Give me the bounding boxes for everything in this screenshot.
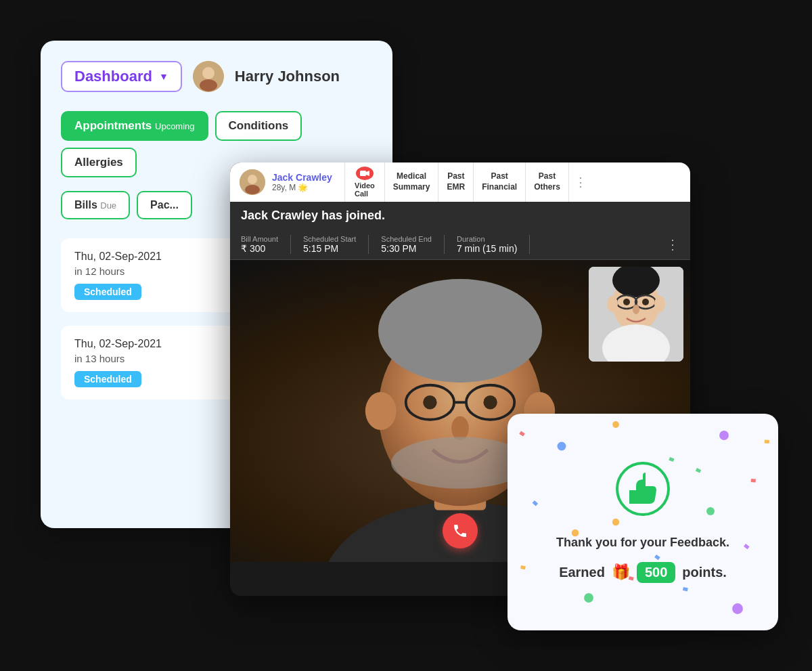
- patient-name: Jack Crawley: [272, 172, 332, 183]
- duration-value: 7 min (15 min): [457, 243, 517, 254]
- svg-point-12: [378, 279, 542, 383]
- svg-rect-54: [696, 468, 701, 473]
- end-value: 5:30 PM: [381, 243, 416, 254]
- svg-rect-40: [751, 479, 756, 483]
- svg-point-37: [612, 421, 619, 428]
- svg-point-2: [200, 79, 217, 91]
- patient-info: Jack Crawley 28y, M 🌟: [230, 163, 345, 202]
- tab-past-others[interactable]: PastOthers: [526, 163, 569, 202]
- avatar: [193, 61, 224, 92]
- points-badge: 500: [637, 562, 675, 583]
- svg-rect-47: [683, 587, 688, 591]
- dropdown-arrow-icon: ▼: [159, 71, 168, 82]
- duration-col: Duration 7 min (15 min): [445, 235, 530, 254]
- svg-rect-44: [744, 544, 750, 549]
- tab-conditions[interactable]: Conditions: [215, 111, 302, 141]
- svg-point-43: [706, 507, 715, 515]
- svg-point-5: [245, 185, 260, 194]
- appt-badge-1: Scheduled: [74, 284, 141, 300]
- video-call-label: VideoCall: [355, 181, 375, 198]
- svg-point-18: [451, 416, 468, 441]
- tab-appointments[interactable]: Appointments Upcoming: [61, 111, 208, 141]
- svg-rect-35: [519, 431, 525, 437]
- end-label: Scheduled End: [381, 235, 432, 243]
- patient-name-block: Jack Crawley 28y, M 🌟: [272, 172, 332, 192]
- svg-point-31: [633, 305, 639, 314]
- end-call-button[interactable]: [443, 513, 478, 548]
- svg-point-32: [607, 296, 618, 312]
- svg-rect-52: [654, 555, 660, 560]
- video-top-bar: Jack Crawley 28y, M 🌟 VideoCall MedicalS…: [230, 163, 690, 202]
- feedback-title: Thank you for your Feedback.: [556, 536, 729, 550]
- svg-point-33: [654, 296, 665, 312]
- svg-point-30: [642, 299, 649, 305]
- scheduled-end-col: Scheduled End 5:30 PM: [369, 235, 445, 254]
- start-value: 5:15 PM: [303, 243, 338, 254]
- video-icon: [356, 167, 374, 180]
- svg-rect-50: [765, 439, 769, 443]
- svg-point-4: [248, 175, 257, 184]
- nav-tabs: MedicalSummary PastEMR PastFinancial Pas…: [385, 163, 690, 202]
- bill-amount-label: Bill Amount: [241, 235, 278, 243]
- svg-point-48: [584, 593, 593, 603]
- feedback-card: Thank you for your Feedback. Earned 🎁 50…: [508, 414, 778, 630]
- tab-medical-summary[interactable]: MedicalSummary: [385, 163, 439, 202]
- thumbs-up-icon: [616, 462, 670, 526]
- svg-rect-6: [360, 171, 366, 176]
- tab-past-emr[interactable]: PastEMR: [438, 163, 474, 202]
- dashboard-header: Dashboard ▼ Harry Johnson: [61, 61, 372, 92]
- join-banner: Jack Crawley has joined.: [230, 202, 690, 230]
- info-bar: Bill Amount ₹ 300 Scheduled Start 5:15 P…: [230, 230, 690, 260]
- points-suffix: points.: [682, 565, 727, 580]
- svg-marker-7: [366, 171, 369, 176]
- pill-pac[interactable]: Pac...: [137, 191, 192, 219]
- dashboard-dropdown[interactable]: Dashboard ▼: [61, 61, 182, 92]
- svg-point-20: [365, 392, 397, 430]
- svg-point-39: [719, 431, 729, 440]
- svg-point-36: [558, 442, 566, 451]
- patient-avatar: [240, 169, 265, 195]
- svg-point-29: [623, 299, 630, 305]
- svg-point-17: [483, 395, 497, 409]
- duration-label: Duration: [457, 235, 485, 243]
- patient-age-gender: 28y, M 🌟: [272, 183, 332, 192]
- bill-amount-value: ₹ 300: [241, 243, 265, 254]
- appt-badge-2: Scheduled: [74, 371, 141, 387]
- dashboard-title: Dashboard: [74, 68, 152, 85]
- video-call-button[interactable]: VideoCall: [345, 163, 385, 202]
- earned-label: Earned: [559, 565, 605, 580]
- tab-allergies[interactable]: Allergies: [61, 148, 137, 177]
- svg-rect-45: [520, 565, 526, 569]
- pill-bills[interactable]: Bills Due: [61, 191, 130, 219]
- join-message: Jack Crawley has joined.: [241, 209, 385, 222]
- tab-past-financial[interactable]: PastFinancial: [474, 163, 526, 202]
- info-more-icon[interactable]: ⋮: [666, 236, 679, 253]
- svg-point-16: [423, 395, 436, 409]
- scheduled-start-col: Scheduled Start 5:15 PM: [291, 235, 369, 254]
- user-name: Harry Johnson: [235, 68, 340, 85]
- gift-icon: 🎁: [612, 563, 630, 581]
- svg-rect-41: [533, 500, 539, 506]
- more-options-icon[interactable]: ⋮: [569, 175, 592, 190]
- start-label: Scheduled Start: [303, 235, 356, 243]
- earned-row: Earned 🎁 500 points.: [559, 562, 727, 583]
- bill-amount-col: Bill Amount ₹ 300: [241, 235, 291, 254]
- svg-point-1: [202, 67, 215, 79]
- thumbnail-video: [589, 267, 683, 362]
- svg-point-49: [732, 603, 743, 614]
